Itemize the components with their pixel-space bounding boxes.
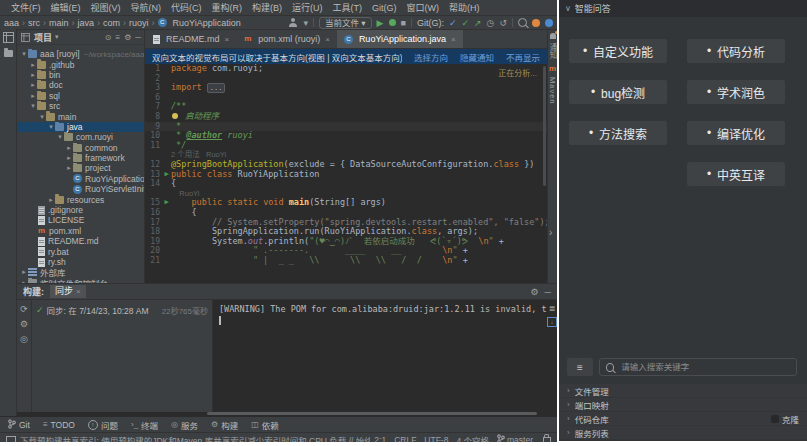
debug-button[interactable] bbox=[389, 19, 396, 26]
tree-item-RuoYiApplication[interactable]: CRuoYiApplication bbox=[17, 174, 144, 184]
breadcrumb-item[interactable]: RuoYiApplication bbox=[173, 18, 241, 28]
assistant-button-1[interactable]: 自定义功能 bbox=[569, 39, 667, 63]
plugin-icon-blue[interactable] bbox=[545, 19, 553, 27]
build-tab-sync[interactable]: 同步× bbox=[50, 285, 86, 298]
tree-item-.github[interactable]: ▸.github bbox=[17, 59, 144, 69]
code-editor[interactable]: 1package com.ruoyi;23import ...67/**8 启动… bbox=[145, 64, 547, 283]
tree-item-framework[interactable]: ▸framework bbox=[17, 153, 144, 163]
assistant-header[interactable]: ∨ 智能问答 bbox=[559, 0, 807, 17]
encoding[interactable]: UTF-8 bbox=[424, 435, 448, 443]
search-icon[interactable] bbox=[518, 18, 527, 27]
intention-bulb-icon[interactable] bbox=[172, 113, 178, 119]
hide-panel-icon[interactable]: ─ bbox=[135, 33, 141, 42]
rollback-icon[interactable]: ↺ bbox=[499, 18, 507, 28]
breadcrumb-item[interactable]: main bbox=[49, 18, 69, 28]
plugin-icon-orange[interactable] bbox=[532, 19, 540, 27]
section-服务列表[interactable]: ›服务列表 bbox=[559, 426, 807, 439]
menu-item[interactable]: 窗口(W) bbox=[402, 1, 445, 14]
tree-item-common[interactable]: ▸common bbox=[17, 143, 144, 153]
editor-tab[interactable]: CRuoYiApplication.java× bbox=[337, 30, 463, 48]
chevron-down-icon[interactable]: ▾ bbox=[303, 18, 308, 28]
breadcrumb-item[interactable]: aaa bbox=[4, 18, 19, 28]
soft-wrap-icon[interactable]: ≣ bbox=[549, 304, 556, 313]
user-icon[interactable] bbox=[289, 18, 298, 27]
tree-chevron-icon[interactable]: ▸ bbox=[29, 71, 37, 79]
tree-item-README.md[interactable]: README.md bbox=[17, 236, 144, 246]
tree-chevron-icon[interactable]: ▸ bbox=[47, 196, 55, 204]
tree-chevron-icon[interactable]: ▸ bbox=[29, 81, 37, 89]
assistant-button-2[interactable]: 代码分析 bbox=[687, 39, 785, 63]
menu-item[interactable]: 工具(T) bbox=[328, 1, 368, 14]
tree-chevron-icon[interactable]: ▸ bbox=[65, 164, 73, 172]
section-端口映射[interactable]: ›端口映射 bbox=[559, 398, 807, 411]
git-update-button[interactable]: ✓ bbox=[449, 18, 457, 28]
rerun-icon[interactable]: ⟳ bbox=[20, 304, 28, 314]
tree-item-LICENSE[interactable]: LICENSE bbox=[17, 215, 144, 225]
menu-item[interactable]: Git(G) bbox=[367, 3, 402, 13]
build-console[interactable]: [WARNING] The POM for com.alibaba:druid:… bbox=[213, 300, 547, 412]
tree-chevron-icon[interactable]: ▸ bbox=[20, 268, 28, 276]
assistant-button-3[interactable]: bug检测 bbox=[569, 80, 667, 104]
menu-item[interactable]: 编辑(E) bbox=[46, 1, 86, 14]
menu-item[interactable]: 运行(U) bbox=[287, 1, 328, 14]
menu-item[interactable]: 文件(F) bbox=[6, 1, 46, 14]
notifications-label[interactable]: 通知 bbox=[547, 43, 557, 60]
tree-item-java[interactable]: ▾java bbox=[17, 122, 144, 132]
run-arrow-icon[interactable]: ▶ bbox=[162, 170, 171, 180]
tree-item-project[interactable]: ▸project bbox=[17, 163, 144, 173]
toolwindow-button-git[interactable]: Git bbox=[8, 419, 30, 431]
expand-collapse-icon[interactable]: ≡ bbox=[115, 33, 120, 42]
tree-item-[interactable]: ▸外部库 bbox=[17, 267, 144, 277]
menu-item[interactable]: 构建(B) bbox=[247, 1, 287, 14]
toolwindow-button-services[interactable]: ◎服务 bbox=[171, 419, 198, 431]
tree-chevron-icon[interactable]: ▾ bbox=[47, 123, 55, 131]
menu-item[interactable]: 重构(R) bbox=[207, 1, 248, 14]
lock-icon[interactable] bbox=[543, 437, 551, 443]
menu-item[interactable]: 导航(N) bbox=[126, 1, 167, 14]
tree-chevron-icon[interactable]: ▸ bbox=[20, 279, 28, 283]
tree-item-ry.sh[interactable]: ry.sh bbox=[17, 257, 144, 267]
git-commit-button[interactable]: ✓ bbox=[462, 18, 470, 28]
menu-item[interactable]: 帮助(H) bbox=[444, 1, 485, 14]
assistant-button-7[interactable]: 中英互译 bbox=[687, 162, 785, 186]
banner-link[interactable]: 选择方向 bbox=[414, 51, 448, 63]
tree-item-RuoYiServletInitializer[interactable]: CRuoYiServletInitializer bbox=[17, 184, 144, 194]
project-toolwindow-icon[interactable] bbox=[3, 32, 14, 43]
close-icon[interactable]: × bbox=[451, 35, 456, 44]
editor-tab[interactable]: mpom.xml (ruoyi)× bbox=[236, 30, 337, 48]
filter-icon[interactable]: ◎ bbox=[20, 334, 28, 344]
locate-file-icon[interactable]: ⊙ bbox=[105, 33, 112, 42]
tree-item-aaaruoyi[interactable]: ▾aaa [ruoyi]~/workspace/aaa bbox=[17, 49, 144, 59]
tree-item-pom.xml[interactable]: mpom.xml bbox=[17, 226, 144, 236]
tree-chevron-icon[interactable]: ▾ bbox=[38, 113, 46, 121]
section-代码仓库[interactable]: ›代码仓库克隆 bbox=[559, 412, 807, 425]
folders-toolwindow-icon[interactable] bbox=[4, 50, 13, 57]
tree-item-ry.bat[interactable]: ry.bat bbox=[17, 246, 144, 256]
tree-item-doc[interactable]: ▸doc bbox=[17, 80, 144, 90]
banner-link[interactable]: 隐藏通知 bbox=[460, 51, 494, 63]
hide-panel-icon[interactable]: ─ bbox=[545, 287, 551, 297]
splitter-collapse-icon[interactable]: › bbox=[549, 227, 552, 238]
tree-item-sql[interactable]: ▸sql bbox=[17, 91, 144, 101]
chevron-down-icon[interactable]: ▾ bbox=[55, 32, 59, 42]
tree-chevron-icon[interactable]: ▸ bbox=[65, 154, 73, 162]
tree-chevron-icon[interactable]: ▾ bbox=[29, 102, 37, 110]
stop-button[interactable]: ■ bbox=[401, 18, 406, 28]
editor-tab[interactable]: README.md× bbox=[145, 30, 236, 48]
indent-setting[interactable]: 4 个空格 bbox=[456, 434, 489, 443]
toolwindow-button-build[interactable]: ⚙构建 bbox=[211, 419, 238, 431]
close-icon[interactable]: × bbox=[225, 35, 230, 44]
tree-item-resources[interactable]: ▸resources bbox=[17, 194, 144, 204]
run-arrow-icon[interactable]: ▶ bbox=[162, 198, 171, 208]
line-ending[interactable]: CRLF bbox=[394, 435, 416, 443]
tree-chevron-icon[interactable]: ▸ bbox=[29, 61, 37, 69]
caret-position[interactable]: 2:1 bbox=[374, 435, 386, 443]
banner-link[interactable]: 不再显示 bbox=[506, 51, 540, 63]
menu-item[interactable]: 代码(C) bbox=[166, 1, 207, 14]
scroll-to-end-icon[interactable]: ↓ bbox=[547, 317, 557, 327]
status-message[interactable]: 下载预构建共享索引: 使用预构建的JDK和Maven 库共享索引减少索引时间和 … bbox=[20, 434, 370, 443]
assistant-button-4[interactable]: 学术润色 bbox=[687, 80, 785, 104]
toolwindow-button-terminal[interactable]: ›_终端 bbox=[131, 419, 158, 431]
clone-button[interactable]: 克隆 bbox=[771, 413, 799, 425]
tree-item-main[interactable]: ▾main bbox=[17, 111, 144, 121]
